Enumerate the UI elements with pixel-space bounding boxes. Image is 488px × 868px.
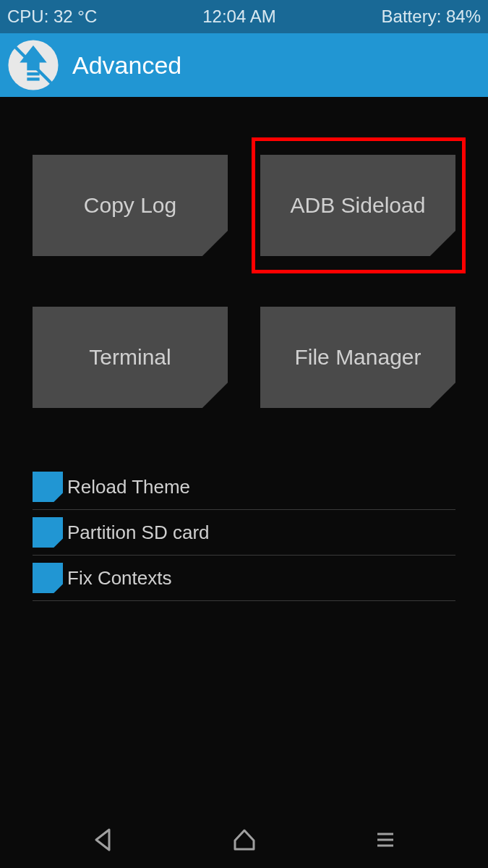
nav-bar (0, 812, 488, 868)
fix-contexts-item[interactable]: Fix Contexts (33, 556, 455, 601)
status-bar: CPU: 32 °C 12:04 AM Battery: 84% (0, 0, 488, 33)
reload-theme-label: Reload Theme (67, 476, 190, 498)
terminal-label: Terminal (89, 345, 171, 370)
back-icon (90, 827, 116, 853)
page-title: Advanced (72, 51, 181, 80)
menu-button[interactable] (368, 822, 403, 857)
folder-icon (33, 472, 63, 502)
adb-sideload-label: ADB Sideload (291, 193, 426, 218)
folder-icon (33, 563, 63, 593)
adb-sideload-button[interactable]: ADB Sideload (260, 155, 455, 256)
file-manager-label: File Manager (294, 345, 421, 370)
home-button[interactable] (227, 822, 262, 857)
terminal-button[interactable]: Terminal (33, 307, 228, 408)
back-button[interactable] (86, 822, 121, 857)
partition-sd-item[interactable]: Partition SD card (33, 510, 455, 556)
fix-contexts-label: Fix Contexts (67, 567, 172, 590)
clock: 12:04 AM (202, 7, 275, 27)
folder-icon (33, 517, 63, 548)
twrp-logo-icon (7, 39, 59, 91)
button-grid: Copy Log ADB Sideload Terminal File Mana… (33, 155, 455, 408)
partition-sd-label: Partition SD card (67, 522, 210, 544)
menu-icon (373, 827, 398, 852)
home-icon (231, 826, 258, 854)
copy-log-button[interactable]: Copy Log (33, 155, 228, 256)
content-area: Copy Log ADB Sideload Terminal File Mana… (0, 97, 488, 601)
copy-log-label: Copy Log (84, 193, 176, 218)
header: Advanced (0, 33, 488, 97)
reload-theme-item[interactable]: Reload Theme (33, 464, 455, 510)
cpu-temp: CPU: 32 °C (7, 7, 97, 27)
file-manager-button[interactable]: File Manager (260, 307, 455, 408)
list-section: Reload Theme Partition SD card Fix Conte… (33, 464, 455, 601)
battery-level: Battery: 84% (382, 7, 481, 27)
